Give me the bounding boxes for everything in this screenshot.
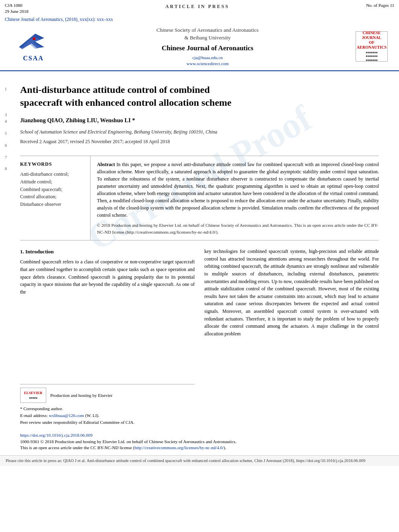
article-title: Anti-disturbance attitude control of com… bbox=[20, 83, 379, 109]
abstract-section: KEYWORDS Anti-disturbance control; Attit… bbox=[20, 156, 379, 240]
keywords-title: KEYWORDS bbox=[20, 161, 85, 168]
bottom-footer: Please cite this article in press as: QI… bbox=[0, 455, 399, 466]
affiliation: School of Automation Science and Electri… bbox=[20, 129, 379, 136]
article-title-section: Anti-disturbance attitude control of com… bbox=[20, 71, 379, 156]
csaa-plane-icon bbox=[15, 31, 51, 53]
elsevier-box: CHINESEJOURNALOFAERONAUTICS ■■■■■■■■■■■■… bbox=[356, 31, 388, 62]
right-body-col: key technologies for combined spacecraft… bbox=[204, 248, 379, 426]
corresponding-note: * Corresponding author. bbox=[20, 405, 195, 412]
elsevier-small-box: ELSEVIER ■■■■■ bbox=[20, 388, 46, 403]
line-numbers: 1 3 4 5 6 7 8 bbox=[5, 71, 7, 172]
email-note: E-mail address: wslibuaa@126.com (W. LI)… bbox=[20, 412, 195, 419]
keyword-item: Anti-disturbance control; bbox=[20, 171, 85, 178]
body-two-col: 1. Introduction Combined spacecraft refe… bbox=[20, 248, 379, 426]
left-body-col: 1. Introduction Combined spacecraft refe… bbox=[20, 248, 195, 426]
main-content: 1 3 4 5 6 7 8 Anti-disturbance attitude … bbox=[0, 71, 399, 451]
journal-links: cja@buaa.edu.cn www.sciencedirect.com bbox=[60, 55, 356, 67]
abstract-text: Abstract In this paper, we propose a nov… bbox=[97, 161, 379, 219]
csaa-text: CSAA bbox=[23, 54, 44, 63]
keywords-col: KEYWORDS Anti-disturbance control; Attit… bbox=[20, 156, 90, 240]
keyword-item: Disturbance observer bbox=[20, 201, 85, 208]
journal-title-center: Chinese Society of Aeronautics and Astro… bbox=[60, 26, 356, 67]
intro-left-para: Combined spacecraft refers to a class of… bbox=[20, 258, 195, 296]
abstract-copyright: © 2018 Production and hosting by Elsevie… bbox=[97, 222, 379, 235]
authors: Jianzhong QIAO, Zhibing LIU, Wenshuo LI … bbox=[20, 116, 379, 124]
elsevier-logo: CHINESEJOURNALOFAERONAUTICS ■■■■■■■■■■■■… bbox=[356, 31, 392, 62]
journal-main-title: Chinese Journal of Aeronautics bbox=[60, 43, 356, 53]
received-dates: Received 2 August 2017; revised 25 Novem… bbox=[20, 138, 379, 145]
peer-review-note: Peer review under responsibility of Edit… bbox=[20, 419, 195, 426]
svg-point-3 bbox=[33, 37, 35, 40]
article-in-press: ARTICLE IN PRESS bbox=[165, 2, 229, 10]
journal-link[interactable]: Chinese Journal of Aeronautics, (2018), … bbox=[5, 17, 113, 22]
keyword-item: Combined spacecraft; bbox=[20, 186, 85, 193]
footnote-section: ELSEVIER ■■■■■ Production and hosting by… bbox=[20, 384, 195, 426]
cja-number: CJA 1080 29 June 2018 bbox=[5, 2, 29, 15]
page-count: No. of Pages 11 bbox=[366, 2, 394, 8]
csaa-logo: CSAA bbox=[7, 31, 60, 63]
intro-right-para: key technologies for combined spacecraft… bbox=[204, 248, 379, 337]
doi-section: https://doi.org/10.1016/j.cja.2018.06.00… bbox=[20, 432, 379, 451]
keyword-item: Attitude control; bbox=[20, 179, 85, 185]
production-text: Production and hosting by Elsevier bbox=[50, 392, 113, 399]
top-bar: CJA 1080 29 June 2018 ARTICLE IN PRESS N… bbox=[0, 0, 399, 16]
intro-section-title: 1. Introduction bbox=[20, 248, 195, 256]
society-name: Chinese Society of Aeronautics and Astro… bbox=[60, 26, 356, 42]
journal-header: CSAA Chinese Society of Aeronautics and … bbox=[0, 23, 399, 71]
abstract-col: Abstract In this paper, we propose a nov… bbox=[90, 156, 379, 240]
keyword-item: Control allocation; bbox=[20, 193, 85, 200]
